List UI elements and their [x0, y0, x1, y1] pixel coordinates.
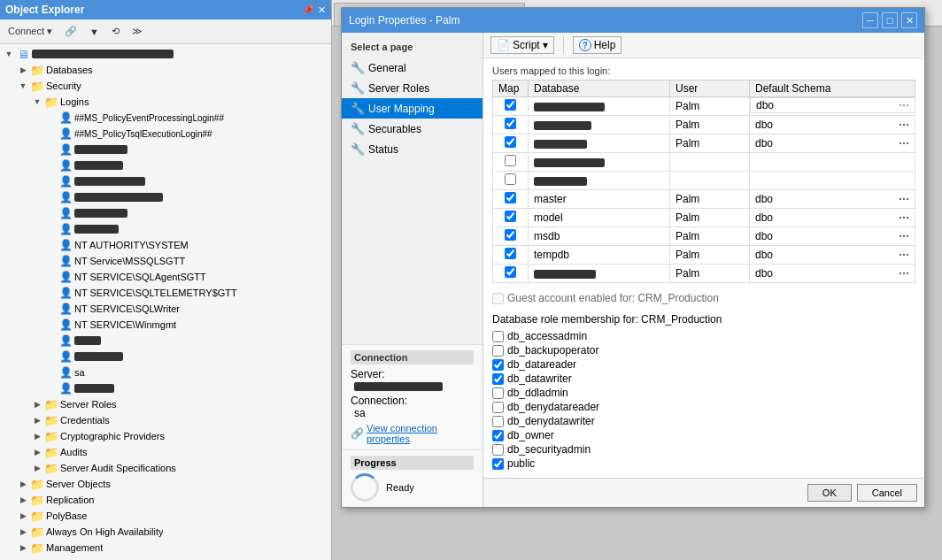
- minimize-button[interactable]: ─: [862, 12, 878, 28]
- map-checkbox[interactable]: [505, 99, 516, 111]
- tree-server[interactable]: ▼ 🖥: [0, 46, 331, 62]
- map-cell[interactable]: [493, 246, 529, 265]
- tree-server-objects[interactable]: ▶ 📁 Server Objects: [0, 476, 331, 492]
- role-datawriter-checkbox[interactable]: [492, 373, 504, 385]
- more-button[interactable]: ≫: [127, 23, 147, 40]
- list-item[interactable]: 👤: [0, 380, 331, 396]
- new-query-button[interactable]: 🔗: [60, 23, 81, 40]
- schema-more2-icon[interactable]: ⋯: [899, 119, 909, 131]
- close-button[interactable]: ✕: [901, 12, 917, 28]
- guest-checkbox[interactable]: [492, 293, 504, 304]
- sidebar-item-user-mapping[interactable]: 🔧 User Mapping: [342, 98, 483, 119]
- crypto-expander[interactable]: ▶: [30, 432, 44, 441]
- tree-security[interactable]: ▼ 📁 Security: [0, 78, 331, 94]
- logins-expander[interactable]: ▼: [30, 97, 44, 106]
- schema-more-icon[interactable]: ⋯: [899, 99, 909, 111]
- list-item[interactable]: 👤 NT AUTHORITY\SYSTEM: [0, 237, 331, 253]
- refresh-button[interactable]: ⟲: [107, 23, 124, 40]
- list-item[interactable]: 👤 NT SERVICE\SQLWriter: [0, 301, 331, 317]
- tree-polybase[interactable]: ▶ 📁 PolyBase: [0, 508, 331, 524]
- tree-management[interactable]: ▶ 📁 Management: [0, 540, 331, 556]
- list-item[interactable]: 👤: [0, 333, 331, 349]
- help-button[interactable]: ? Help: [573, 36, 622, 54]
- audits-expander[interactable]: ▶: [30, 448, 44, 456]
- map-checkbox[interactable]: [505, 192, 516, 203]
- oe-close-icon[interactable]: ✕: [318, 4, 326, 16]
- tree-credentials[interactable]: ▶ 📁 Credentials: [0, 412, 331, 428]
- sas-expander[interactable]: ▶: [30, 464, 44, 472]
- filter-button[interactable]: ▼: [85, 24, 104, 40]
- tree-databases[interactable]: ▶ 📁 Databases: [0, 62, 331, 78]
- schema-more4-icon[interactable]: ⋯: [899, 193, 909, 205]
- map-checkbox[interactable]: [505, 118, 516, 129]
- map-cell[interactable]: [493, 190, 529, 209]
- server-expander[interactable]: ▼: [2, 50, 16, 58]
- map-checkbox[interactable]: [505, 248, 516, 259]
- map-checkbox[interactable]: [505, 266, 516, 278]
- map-cell[interactable]: [493, 97, 529, 116]
- list-item[interactable]: 👤 NT Service\MSSQLSGTT: [0, 253, 331, 269]
- list-item[interactable]: 👤: [0, 173, 331, 189]
- mgmt-expander[interactable]: ▶: [16, 543, 30, 552]
- role-datareader-checkbox[interactable]: [492, 359, 504, 371]
- list-item[interactable]: 👤 ##MS_PolicyTsqlExecutionLogin##: [0, 126, 331, 142]
- list-item[interactable]: 👤: [0, 189, 331, 205]
- cancel-button[interactable]: Cancel: [857, 484, 917, 502]
- tree-logins[interactable]: ▼ 📁 Logins: [0, 94, 331, 110]
- tree-integration-services[interactable]: ▶ 📁 Integration Services Catalogs: [0, 556, 331, 560]
- sidebar-item-general[interactable]: 🔧 General: [342, 58, 483, 78]
- sidebar-item-status[interactable]: 🔧 Status: [342, 139, 483, 159]
- security-expander[interactable]: ▼: [16, 81, 30, 90]
- list-item[interactable]: 👤: [0, 205, 331, 221]
- credentials-expander[interactable]: ▶: [30, 416, 44, 425]
- sidebar-item-securables[interactable]: 🔧 Securables: [342, 119, 483, 139]
- databases-expander[interactable]: ▶: [16, 65, 30, 74]
- map-cell[interactable]: [493, 172, 529, 190]
- map-cell[interactable]: [493, 209, 529, 227]
- tree-server-audit-specs[interactable]: ▶ 📁 Server Audit Specifications: [0, 460, 331, 476]
- role-owner-checkbox[interactable]: [492, 430, 504, 441]
- tree-crypto[interactable]: ▶ 📁 Cryptographic Providers: [0, 428, 331, 444]
- map-checkbox[interactable]: [505, 229, 516, 241]
- role-securityadmin-checkbox[interactable]: [492, 444, 504, 456]
- map-checkbox[interactable]: [505, 173, 516, 185]
- map-cell[interactable]: [493, 134, 529, 153]
- list-item[interactable]: 👤: [0, 157, 331, 173]
- oe-pin-icon[interactable]: 📌: [302, 4, 314, 16]
- list-item[interactable]: 👤 ##MS_PolicyEventProcessingLogin##: [0, 110, 331, 126]
- role-public-checkbox[interactable]: [492, 458, 504, 470]
- map-checkbox[interactable]: [505, 211, 516, 222]
- role-ddladmin-checkbox[interactable]: [492, 387, 504, 399]
- so-expander[interactable]: ▶: [16, 479, 30, 488]
- map-checkbox[interactable]: [505, 155, 516, 166]
- server-roles-expander[interactable]: ▶: [30, 400, 44, 409]
- maximize-button[interactable]: □: [882, 12, 898, 28]
- list-item[interactable]: 👤: [0, 349, 331, 364]
- list-item[interactable]: 👤 NT SERVICE\SQLTELEMETRY$GTT: [0, 285, 331, 301]
- list-item[interactable]: 👤: [0, 221, 331, 237]
- role-backupoperator-checkbox[interactable]: [492, 345, 504, 357]
- tree-server-roles[interactable]: ▶ 📁 Server Roles: [0, 396, 331, 412]
- schema-more7-icon[interactable]: ⋯: [899, 249, 909, 261]
- pb-expander[interactable]: ▶: [16, 511, 30, 520]
- tree-audits[interactable]: ▶ 📁 Audits: [0, 444, 331, 460]
- role-accessadmin-checkbox[interactable]: [492, 331, 504, 342]
- tree-replication[interactable]: ▶ 📁 Replication: [0, 492, 331, 508]
- schema-more6-icon[interactable]: ⋯: [899, 230, 909, 242]
- map-cell[interactable]: [493, 153, 529, 172]
- schema-more8-icon[interactable]: ⋯: [899, 267, 909, 280]
- rep-expander[interactable]: ▶: [16, 495, 30, 504]
- map-cell[interactable]: [493, 227, 529, 246]
- tree-alwayson[interactable]: ▶ 📁 Always On High Availability: [0, 524, 331, 540]
- ao-expander[interactable]: ▶: [16, 527, 30, 536]
- connect-button[interactable]: Connect ▾: [4, 23, 57, 40]
- role-denydatareader-checkbox[interactable]: [492, 402, 504, 413]
- map-checkbox[interactable]: [505, 136, 516, 148]
- schema-more5-icon[interactable]: ⋯: [899, 211, 909, 224]
- list-item[interactable]: 👤 NT SERVICE\SQLAgentSGTT: [0, 269, 331, 285]
- ok-button[interactable]: OK: [807, 484, 852, 502]
- map-cell[interactable]: [493, 265, 529, 283]
- view-connection-props-link[interactable]: View connection properties: [367, 423, 474, 444]
- list-item[interactable]: 👤 NT SERVICE\Winmgmt: [0, 317, 331, 333]
- list-item[interactable]: 👤: [0, 142, 331, 157]
